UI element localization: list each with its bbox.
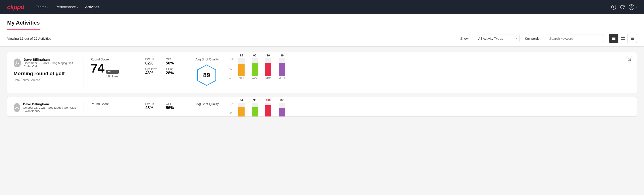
chevron-down-icon: ▾ <box>636 6 637 9</box>
shot-quality-section: Avg Shot Quality 89 <box>196 58 222 88</box>
nav-item-activities[interactable]: Activities <box>82 3 102 11</box>
score-label: Round Score <box>90 102 131 106</box>
nav-actions: ▾ <box>611 4 637 10</box>
avatar <box>14 103 20 112</box>
keywords-label: Keywords: <box>525 36 540 40</box>
logo: clippd <box>7 4 24 11</box>
bar-group-arg: 106 ARG <box>265 98 271 117</box>
svg-rect-9 <box>623 36 625 38</box>
activity-card: Dave Billingham December 05, 2021 - Gog … <box>7 52 637 93</box>
page-header: My Activities <box>0 14 644 30</box>
svg-rect-10 <box>621 38 623 40</box>
svg-rect-7 <box>612 39 616 40</box>
score-holes: 18 Holes <box>106 74 118 78</box>
bar-group-app: 93 APP <box>252 98 258 117</box>
activity-type-select[interactable]: All Activity Types <box>475 34 520 42</box>
stat-fw-hit: FW Hit 62% <box>145 58 160 66</box>
chevron-down-icon: ▾ <box>47 6 48 8</box>
filter-bar: Viewing 12 out of 29 Activities Show: Al… <box>0 30 644 47</box>
bar-chart-section: 100 50 0 85 OTT 90 <box>230 58 630 84</box>
svg-rect-14 <box>630 39 634 40</box>
user-info: Dave Billingham October 16, 2021 - Gog M… <box>23 102 76 113</box>
svg-rect-5 <box>612 37 616 38</box>
user-date: December 05, 2021 - Gog Magog Golf Club … <box>24 61 76 68</box>
view-buttons <box>609 34 637 43</box>
svg-rect-8 <box>621 36 623 38</box>
refresh-icon[interactable] <box>620 5 625 10</box>
svg-rect-6 <box>612 38 616 38</box>
bar-group-putt: 87 PUTT <box>278 98 286 117</box>
stats-section: FW Hit 62% GIR 50% Up/Down 43% 1 Putt 28… <box>145 58 181 76</box>
chart-y-axis: 100 50 0 <box>230 58 234 80</box>
stats-section: FW Hit 43% GIR 56% <box>145 102 181 110</box>
activities-list: Dave Billingham December 05, 2021 - Gog … <box>0 47 644 122</box>
data-source: Data Source: Arccos <box>14 78 76 82</box>
card-left: Dave Billingham December 05, 2021 - Gog … <box>14 58 76 82</box>
score-number: 74 <box>90 62 104 74</box>
avg-shot-quality-label: Avg Shot Quality <box>196 58 219 61</box>
score-main: 74 +4 18 Holes <box>90 62 131 78</box>
stat-gir: GIR 50% <box>166 58 181 66</box>
shot-quality-section: Avg Shot Quality <box>196 102 222 108</box>
navbar: clippd Teams ▾ Performance ▾ Activities <box>0 0 644 14</box>
search-input[interactable] <box>546 34 604 42</box>
user-name: Dave Billingham <box>23 102 76 106</box>
view-btn-grid[interactable] <box>618 34 628 43</box>
score-section: Round Score <box>90 102 131 107</box>
nav-items: Teams ▾ Performance ▾ Activities <box>33 3 313 11</box>
user-name: Dave Billingham <box>24 58 76 61</box>
avg-shot-quality-label: Avg Shot Quality <box>196 102 219 106</box>
viewing-text: Viewing 12 out of 29 Activities <box>7 36 51 40</box>
bar-group-ott: 94 OTT <box>238 98 244 117</box>
chart-y-axis: 100 50 0 <box>230 102 234 117</box>
edit-button[interactable] <box>626 56 633 63</box>
avatar <box>14 58 21 68</box>
add-icon[interactable] <box>611 4 616 10</box>
svg-point-15 <box>16 61 18 63</box>
user-date: October 16, 2021 - Gog Magog Golf Club -… <box>23 106 76 113</box>
stat-fw-hit: FW Hit 43% <box>145 102 160 110</box>
nav-item-teams[interactable]: Teams ▾ <box>33 3 51 11</box>
svg-rect-13 <box>630 38 634 39</box>
stat-one-putt: 1 Putt 28% <box>166 68 181 76</box>
score-section: Round Score 74 +4 18 Holes <box>90 58 131 78</box>
svg-rect-12 <box>630 37 634 38</box>
view-btn-list-detail[interactable] <box>628 34 637 43</box>
user-info: Dave Billingham December 05, 2021 - Gog … <box>24 58 76 68</box>
bar-group-ott: 85 OTT <box>238 54 244 80</box>
bar-chart-section: 100 50 0 94 OTT 93 APP <box>230 102 630 117</box>
activity-title: Morning round of golf <box>14 71 76 76</box>
shot-quality-value: 89 <box>203 72 210 79</box>
stat-gir: GIR 56% <box>166 102 181 110</box>
view-btn-list-compact[interactable] <box>609 34 618 43</box>
score-label: Round Score <box>90 58 131 61</box>
activity-type-select-wrapper[interactable]: All Activity Types ▾ <box>475 34 520 42</box>
page-title: My Activities <box>7 20 40 30</box>
user-menu[interactable]: ▾ <box>628 4 637 10</box>
hexagon: 89 <box>197 64 216 86</box>
score-badge: +4 <box>106 70 118 74</box>
svg-point-17 <box>16 106 18 108</box>
chevron-down-icon: ▾ <box>77 6 78 8</box>
user-row: Dave Billingham October 16, 2021 - Gog M… <box>14 102 76 113</box>
bar-group-app: 90 APP <box>252 54 258 80</box>
bar-group-putt: 89 PUTT <box>278 54 286 80</box>
bar-chart: 100 50 0 94 OTT 93 APP <box>230 102 630 117</box>
hexagon-container: 89 <box>196 63 218 88</box>
show-label: Show: <box>460 36 470 40</box>
activity-card: Dave Billingham October 16, 2021 - Gog M… <box>7 96 637 117</box>
bar-chart: 100 50 0 85 OTT 90 <box>230 58 630 84</box>
card-left: Dave Billingham October 16, 2021 - Gog M… <box>14 102 76 114</box>
stat-updown: Up/Down 43% <box>145 68 160 76</box>
svg-rect-11 <box>623 38 625 40</box>
bar-group-arg: 89 ARG <box>265 54 271 80</box>
user-row: Dave Billingham December 05, 2021 - Gog … <box>14 58 76 68</box>
svg-point-4 <box>631 6 632 7</box>
nav-item-performance[interactable]: Performance ▾ <box>53 3 81 11</box>
